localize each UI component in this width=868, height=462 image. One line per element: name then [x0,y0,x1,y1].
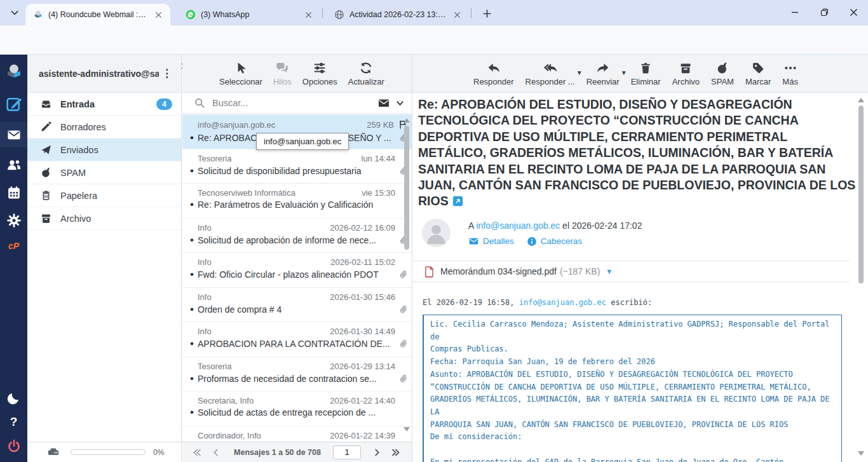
tab-close-button[interactable] [452,10,463,20]
rail-mail-button[interactable] [0,122,27,147]
list-scrollbar[interactable] [404,126,409,250]
message-replyall-button[interactable]: Responder ...▼ [526,61,575,86]
pencil-icon [40,121,52,133]
close-window-button[interactable] [839,0,868,24]
message-date: vie 15:30 [362,188,395,198]
rail-calendar-button[interactable] [0,180,27,205]
storage-quota: 0% [27,442,181,462]
rail-cpanel-button[interactable]: cP [0,234,27,258]
list-refresh-button[interactable]: Actualizar [348,61,384,86]
folder-menu-icon[interactable]: ⋮ [159,67,175,80]
open-in-new-window-icon[interactable] [452,196,463,207]
quoted-text: Lic. Cecilia Carrasco Mendoza; Asistente… [423,315,842,462]
message-sender: Info [198,257,325,267]
message-reply-button[interactable]: Responder [473,61,514,86]
rail-contacts-button[interactable] [0,153,27,177]
reply-icon [487,61,501,75]
search-scope-mail-icon[interactable] [377,97,390,109]
unread-dot-icon: • [190,339,198,348]
last-page-button[interactable] [386,447,405,458]
mail-icon [6,127,22,142]
details-link[interactable]: Detalles [468,236,514,247]
tab-separator [471,8,471,18]
message-row[interactable]: Tesoreria2026-01-29 13:14•Proformas de n… [182,357,412,392]
folder-label: Papelera [60,191,172,201]
next-page-button[interactable] [367,447,386,458]
sidebar-folder-archivo[interactable]: Archivo [27,207,181,230]
rail-settings-button[interactable] [0,208,27,233]
browser-tab[interactable]: (4) Roundcube Webmail :: Envia [25,4,170,25]
message-row[interactable]: Tecnoserviweb Informáticavie 15:30•Re: P… [182,184,412,219]
sidebar-folder-borradores[interactable]: Borradores [27,116,181,139]
first-page-button[interactable] [187,447,207,458]
minimize-button[interactable] [780,0,810,24]
attachment-row[interactable]: Memorándum 034-signed.pdf (~187 KB) ▼ [412,261,850,282]
message-row[interactable]: Info2026-02-12 16:09•Solicitud de aproba… [182,219,412,254]
browser-tab[interactable]: Actividad 2026-02-23 13:00:00 [327,4,469,25]
list-options-button[interactable]: Opciones [302,61,337,86]
sidebar-folder-entrada[interactable]: Entrada4 [27,93,181,116]
message-row[interactable]: Info2026-01-30 15:46•Orden de compra # 4 [182,288,412,323]
options-icon [313,61,327,75]
list-pointer-button[interactable]: Seleccionar [219,61,262,86]
maximize-button[interactable] [810,0,839,24]
button-label: Responder ... [526,77,575,86]
unread-dot-icon: • [190,166,198,175]
logout-button[interactable] [0,434,27,458]
inbox-icon [40,98,52,110]
message-junk-button[interactable]: SPAM [711,61,734,86]
account-header[interactable]: asistente-administrativo@sa... ⋮ [27,55,181,93]
sidebar-folder-enviados[interactable]: Enviados [27,139,181,161]
list-scroll-up-icon[interactable] [403,118,410,123]
quoted-sender-link[interactable]: info@sanjuan.gob.ec [519,298,606,307]
new-tab-button[interactable] [479,6,494,21]
dropdown-caret-icon[interactable]: ▼ [576,69,583,76]
previous-page-button[interactable] [207,447,226,458]
message-more-button[interactable]: Más [782,61,798,86]
button-label: Marcar [745,77,771,86]
message-row[interactable]: Info2026-01-30 14:49•APROBACION PARA LA … [182,322,412,357]
junk-icon [715,61,729,75]
attachment-clip-icon [398,269,409,280]
dropdown-caret-icon[interactable]: ▼ [621,69,627,76]
clip-icon [398,373,409,384]
sidebar-folder-spam[interactable]: SPAM [27,161,181,184]
message-tag-button[interactable]: Marcar [745,61,771,86]
page-number-input[interactable] [333,445,361,459]
message-row[interactable]: Secretaria, Info2026-01-22 14:40•Solicit… [182,391,412,426]
headers-link[interactable]: Cabeceras [527,236,582,247]
search-bar[interactable] [182,93,412,114]
message-trash-button[interactable]: Eliminar [631,61,661,86]
browser-tab[interactable]: (3) WhatsApp [178,4,320,25]
message-sender: Info [198,223,325,233]
gear-icon [6,213,22,228]
message-sender: info@sanjuan.gob.ec [198,120,362,130]
help-button[interactable]: ? [0,410,27,434]
search-input[interactable] [212,98,377,108]
message-subject-preview: Fwd: Oficio Circular - plazos alineación… [198,269,398,280]
tab-close-button[interactable] [153,10,164,20]
message-forward-button[interactable]: Reenviar▼ [587,61,620,86]
message-subject-preview: Solicitud de aprobación de informe de ne… [198,235,398,245]
compose-button[interactable] [0,92,27,116]
list-threads-button[interactable]: Hilos [273,61,292,86]
tab-close-button[interactable] [303,10,314,20]
list-scroll-down-icon[interactable] [403,427,410,431]
message-date: 259 KB [367,120,394,130]
reader-scroll-down-icon[interactable] [858,451,864,456]
tab-title: (4) Roundcube Webmail :: Envia [48,10,148,19]
message-row[interactable]: Tesorerialun 14:44•Solicitud de disponib… [182,149,412,184]
button-label: Reenviar [587,77,620,86]
reader-scroll-up-icon[interactable] [858,98,864,102]
attachment-menu-icon[interactable]: ▼ [606,268,613,275]
reader-scrollbar[interactable] [858,105,864,283]
message-archive-button[interactable]: Archivo [672,61,700,86]
button-label: Seleccionar [219,77,262,86]
tab-search-button[interactable] [6,5,23,20]
recipient-email-link[interactable]: info@sanjuan.gob.ec [476,221,560,231]
inbox-icon [40,98,52,110]
search-options-chevron-icon[interactable] [396,99,404,107]
dark-mode-button[interactable] [0,386,27,410]
message-row[interactable]: Info2026-02-11 15:02•Fwd: Oficio Circula… [182,253,412,288]
sidebar-folder-papelera[interactable]: Papelera [27,184,181,207]
